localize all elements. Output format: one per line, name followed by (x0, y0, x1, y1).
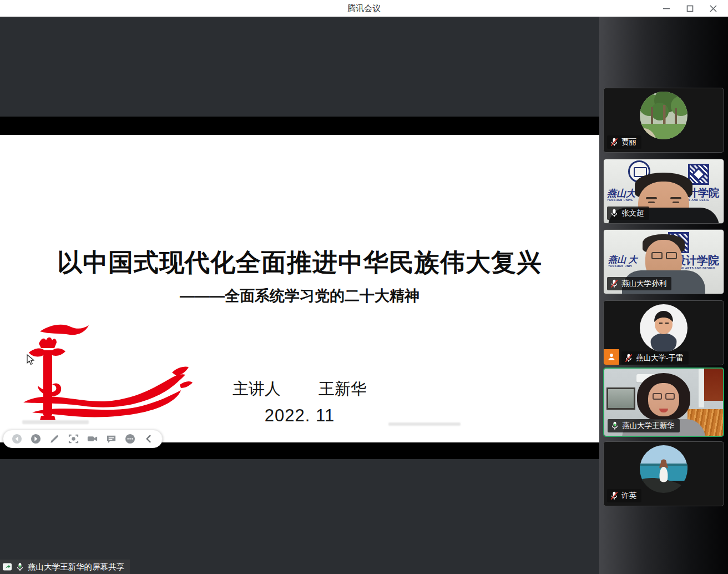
annotate-button[interactable] (48, 433, 60, 445)
participant-name: 许英 (621, 491, 636, 501)
previous-slide-button[interactable] (11, 433, 23, 445)
ellipsis-icon (125, 434, 135, 444)
presentation-toolbar (3, 430, 163, 448)
participant-name-badge: 许英 (607, 489, 641, 502)
slide-date: 2022. 11 (0, 406, 599, 426)
maximize-icon (686, 5, 694, 12)
video-text-en-left: YANSHAN UNIVE (607, 198, 633, 202)
participant-name-badge: 燕山大学孙利 (607, 277, 671, 290)
camera-icon (87, 434, 98, 444)
door-frame (704, 369, 723, 401)
chat-icon (106, 434, 117, 444)
next-icon (31, 434, 41, 444)
participant-name: 燕山大学王新华 (622, 421, 675, 431)
next-slide-button[interactable] (29, 433, 42, 445)
participant-tile-zhangwenchao[interactable]: 燕山大 YANSHAN UNIVE 设计学院 RTS AND DESIG 张文超 (603, 159, 724, 224)
participant-name-badge: 燕山大学-于雷 (621, 351, 689, 365)
participant-tile-jiali[interactable]: 贾丽 (603, 88, 724, 153)
screen-share-icon (2, 562, 12, 571)
member-role-badge (604, 349, 619, 365)
window-title: 腾讯会议 (347, 3, 381, 14)
presentation-slide: 以中国式现代化全面推进中华民族伟大复兴 ———全面系统学习党的二十大精神 (0, 135, 599, 442)
meeting-window: 腾讯会议 以中国式现代化全面推进中华民族伟大复兴 ———全面系统学习党的二十大精… (0, 0, 728, 574)
more-button[interactable] (124, 433, 136, 445)
video-text-en-right: OF ARTS AND DESIGN (680, 266, 715, 270)
avatar (640, 92, 687, 142)
avatar (640, 445, 687, 495)
shared-screen-area: 以中国式现代化全面推进中华民族伟大复兴 ———全面系统学习党的二十大精神 (0, 17, 599, 574)
presenter-name: 王新华 (318, 378, 367, 400)
slide-subtitle: ———全面系统学习党的二十大精神 (0, 286, 599, 306)
participant-name-badge: 燕山大学王新华 (608, 419, 680, 432)
avatar (640, 304, 687, 354)
presenter-label: 主讲人 (232, 378, 281, 400)
person-icon (607, 353, 616, 361)
mic-muted-icon (610, 138, 618, 147)
mic-muted-icon (625, 354, 633, 362)
participant-tile-wangxinhua-active-speaker[interactable]: 燕山大学王新华 (603, 367, 724, 437)
previous-icon (12, 434, 22, 444)
chat-button[interactable] (105, 433, 117, 445)
participants-sidebar[interactable]: 贾丽 燕山大 YANSHAN UNIVE 设计学院 RTS AND DESIG (599, 17, 728, 574)
glasses (653, 393, 675, 400)
close-icon (710, 5, 717, 12)
minimize-icon (663, 4, 670, 12)
minimize-button[interactable] (655, 0, 678, 17)
participant-name-badge: 贾丽 (607, 135, 641, 149)
participant-tile-yulei[interactable]: 燕山大学-于雷 (603, 300, 724, 365)
glasses (651, 252, 677, 259)
mic-on-icon (610, 209, 618, 218)
presenter-row: 主讲人 王新华 (0, 378, 599, 400)
participant-name: 贾丽 (621, 137, 636, 147)
chevron-left-icon (144, 434, 154, 444)
mic-speaking-icon (611, 421, 619, 430)
camera-button[interactable] (86, 433, 98, 445)
video-text-en-left: YANSHAN UNIV (608, 264, 633, 268)
slide-letterbox-top (0, 117, 599, 135)
slide-title: 以中国式现代化全面推进中华民族伟大复兴 (0, 246, 599, 279)
mouse-cursor (27, 354, 34, 365)
screen-share-banner: 燕山大学王新华的屏幕共享 (0, 560, 130, 574)
laser-focus-button[interactable] (67, 433, 79, 445)
maximize-button[interactable] (678, 0, 701, 17)
participant-name: 燕山大学-于雷 (636, 353, 684, 363)
mic-muted-icon (610, 491, 618, 500)
share-banner-text: 燕山大学王新华的屏幕共享 (28, 562, 124, 572)
participant-tile-xuying[interactable]: 许英 (603, 441, 724, 506)
collapse-toolbar-button[interactable] (143, 433, 155, 445)
laser-focus-icon (68, 434, 79, 444)
participant-name: 燕山大学孙利 (621, 279, 666, 289)
participant-tile-sunli[interactable]: 燕山 大 YANSHAN UNIV 与设计学院 OF ARTS AND DESI… (603, 229, 724, 294)
window-controls (655, 0, 725, 17)
window-frame (699, 369, 704, 407)
mic-active-icon (16, 562, 24, 572)
titlebar: 腾讯会议 (0, 0, 728, 17)
picture-frame (606, 387, 635, 410)
pencil-icon (49, 434, 60, 444)
participant-name: 张文超 (621, 208, 644, 218)
close-button[interactable] (701, 0, 725, 17)
mic-muted-icon (610, 279, 618, 288)
participant-name-badge: 张文超 (607, 207, 649, 220)
